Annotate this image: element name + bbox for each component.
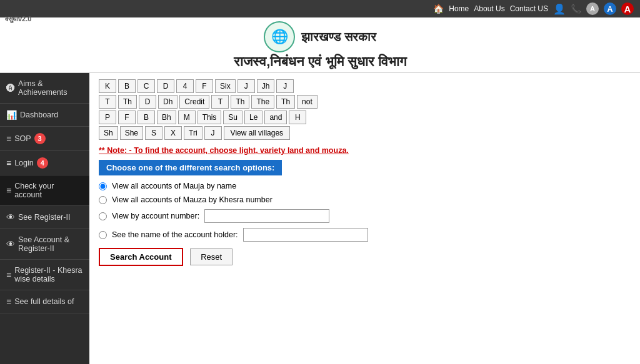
- reset-button[interactable]: Reset: [190, 248, 232, 265]
- alpha-btn-p[interactable]: P: [99, 111, 116, 124]
- sidebar-item-aims[interactable]: 🅐 Aims & Achievements: [0, 73, 89, 104]
- font-a-large-icon[interactable]: A: [621, 2, 634, 15]
- sidebar-item-aims-label: Aims & Achievements: [18, 79, 83, 97]
- alpha-btn-j[interactable]: J: [276, 79, 294, 93]
- alpha-btn-j[interactable]: J: [238, 79, 255, 93]
- alpha-row-2: PFBBhMThisSuLeandH: [99, 111, 631, 124]
- contact-link[interactable]: Contact US: [510, 4, 548, 13]
- sidebar-item-register-khesra[interactable]: ≡ Register-II - Khesra wise details: [0, 260, 89, 290]
- sidebar-item-see-full[interactable]: ≡ See full details of: [0, 290, 89, 313]
- alpha-btn-s[interactable]: S: [145, 126, 162, 140]
- sop-badge: 3: [34, 133, 46, 144]
- sidebar-item-check-account[interactable]: ≡ Check your account: [0, 175, 89, 206]
- person-icon: 👤: [553, 3, 566, 15]
- sidebar-item-see-account[interactable]: 👁 See Account & Register-II: [0, 229, 89, 260]
- home-icon: 🏠: [433, 4, 444, 14]
- account-holder-input[interactable]: [243, 228, 368, 242]
- alpha-btn-d[interactable]: D: [157, 79, 174, 93]
- alpha-btn-she[interactable]: She: [120, 126, 143, 140]
- action-buttons: Search Account Reset: [99, 248, 631, 266]
- sidebar-item-dashboard[interactable]: 📊 Dashboard: [0, 104, 89, 127]
- alpha-btn-x[interactable]: X: [164, 126, 182, 140]
- gov-logo: 🌐: [264, 21, 295, 52]
- radio-opt3-label: View by account number:: [112, 212, 199, 220]
- search-header: Choose one of the different search optio…: [99, 160, 282, 175]
- main-layout: 🅐 Aims & Achievements 📊 Dashboard ≡ SOP …: [0, 73, 640, 364]
- font-a-icon[interactable]: A: [586, 2, 599, 15]
- see-account-icon: 👁: [6, 239, 15, 249]
- alpha-btn-c[interactable]: C: [138, 79, 155, 93]
- sidebar-item-login-label: Login: [14, 159, 34, 167]
- sidebar-item-login[interactable]: ≡ Login 4: [0, 151, 89, 175]
- search-account-button[interactable]: Search Account: [99, 248, 183, 266]
- alpha-btn-jh[interactable]: Jh: [257, 79, 275, 93]
- alpha-btn-and[interactable]: and: [264, 111, 287, 124]
- radio-option-1: View all accounts of Mauja by name: [99, 182, 631, 190]
- alpha-btn-the[interactable]: The: [251, 95, 274, 109]
- alpha-btn-su[interactable]: Su: [223, 111, 242, 124]
- alpha-btn-b[interactable]: B: [138, 111, 155, 124]
- alpha-btn-h[interactable]: H: [289, 111, 306, 124]
- account-number-input[interactable]: [204, 209, 329, 223]
- login-icon: ≡: [6, 158, 11, 168]
- sidebar-item-see-register[interactable]: 👁 See Register-II: [0, 206, 89, 229]
- alpha-grid: KBCD4FSixJJhJTThDDhCreditTThTheThnotPFBB…: [99, 79, 631, 140]
- sidebar-item-register-khesra-label: Register-II - Khesra wise details: [14, 266, 83, 283]
- sidebar-item-sop-label: SOP: [14, 134, 31, 143]
- alpha-btn-bh[interactable]: Bh: [157, 111, 176, 124]
- alpha-btn-4[interactable]: 4: [176, 79, 194, 93]
- alpha-row-3: ShSheSXTriJView all villages: [99, 126, 631, 140]
- alpha-btn-t[interactable]: T: [99, 95, 116, 109]
- sidebar-item-dashboard-label: Dashboard: [20, 111, 58, 119]
- search-section: Choose one of the different search optio…: [99, 160, 631, 266]
- font-a-medium-icon[interactable]: A: [604, 2, 616, 15]
- alpha-btn-th[interactable]: Th: [118, 95, 137, 109]
- content-area: KBCD4FSixJJhJTThDDhCreditTThTheThnotPFBB…: [89, 73, 640, 364]
- alpha-btn-le[interactable]: Le: [244, 111, 262, 124]
- alpha-btn-t[interactable]: T: [211, 95, 229, 109]
- header-title: झारखण्ड सरकार: [301, 30, 376, 44]
- about-link[interactable]: About Us: [474, 4, 504, 13]
- sop-icon: ≡: [6, 134, 11, 144]
- alpha-btn-credit[interactable]: Credit: [179, 95, 209, 109]
- radio-opt4[interactable]: [99, 231, 107, 239]
- radio-opt2-label: View all accounts of Mauza by Khesra num…: [112, 195, 272, 204]
- see-register-icon: 👁: [6, 212, 15, 222]
- alpha-btn-k[interactable]: K: [99, 79, 116, 93]
- alpha-btn-six[interactable]: Six: [215, 79, 236, 93]
- phone-icon: 📞: [571, 4, 581, 14]
- view-all-villages-button[interactable]: View all villages: [224, 126, 291, 140]
- alpha-btn-m[interactable]: M: [178, 111, 196, 124]
- aims-icon: 🅐: [6, 83, 15, 93]
- radio-opt4-label: See the name of the account holder:: [112, 230, 238, 239]
- radio-option-4: See the name of the account holder:: [99, 228, 631, 242]
- home-link[interactable]: Home: [449, 4, 469, 13]
- alpha-btn-not[interactable]: not: [297, 95, 318, 109]
- alpha-row-0: KBCD4FSixJJhJ: [99, 79, 631, 93]
- see-full-icon: ≡: [6, 297, 11, 307]
- radio-option-3: View by account number:: [99, 209, 631, 223]
- radio-opt2[interactable]: [99, 196, 107, 204]
- alpha-btn-sh[interactable]: Sh: [99, 126, 118, 140]
- alpha-btn-th[interactable]: Th: [276, 95, 295, 109]
- radio-opt1[interactable]: [99, 182, 107, 190]
- sidebar-item-see-account-label: See Account & Register-II: [18, 235, 83, 253]
- header-subtitle: राजस्व,निबंधन एवं भूमि सुधार विभाग: [0, 54, 640, 70]
- alpha-btn-j[interactable]: J: [204, 126, 222, 140]
- alpha-btn-f[interactable]: F: [118, 111, 136, 124]
- alpha-btn-f[interactable]: F: [196, 79, 213, 93]
- radio-opt3[interactable]: [99, 212, 107, 220]
- alpha-btn-th[interactable]: Th: [231, 95, 249, 109]
- radio-opt1-label: View all accounts of Mauja by name: [112, 182, 236, 190]
- sidebar-item-see-register-label: See Register-II: [18, 213, 70, 222]
- alpha-btn-tri[interactable]: Tri: [184, 126, 202, 140]
- alpha-btn-d[interactable]: D: [139, 95, 156, 109]
- alpha-btn-dh[interactable]: Dh: [158, 95, 178, 109]
- register-khesra-icon: ≡: [6, 270, 11, 280]
- sidebar-item-sop[interactable]: ≡ SOP 3: [0, 127, 89, 151]
- alpha-row-1: TThDDhCreditTThTheThnot: [99, 95, 631, 109]
- alpha-btn-b[interactable]: B: [118, 79, 136, 93]
- alpha-btn-this[interactable]: This: [198, 111, 222, 124]
- sidebar-item-check-account-label: Check your account: [14, 182, 83, 199]
- check-account-icon: ≡: [6, 185, 11, 195]
